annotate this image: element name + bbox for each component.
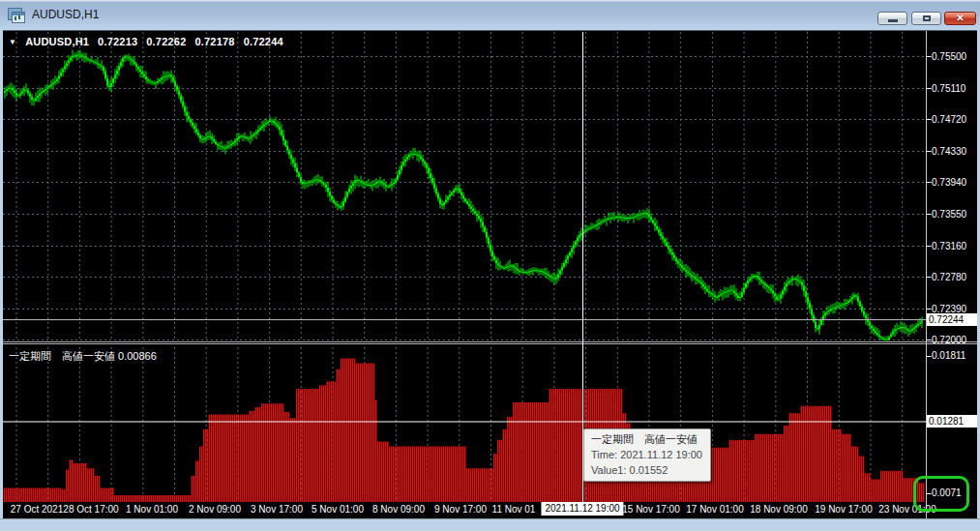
metatrader-chart-window: { "window": { "title": "AUDUSD,H1", "but… xyxy=(0,0,980,531)
time-axis-label: 9 Nov 17:00 xyxy=(434,504,487,516)
price-axis-label: 0.72000 xyxy=(932,334,966,346)
ohlc-open: 0.72213 xyxy=(98,36,137,47)
restore-icon xyxy=(923,15,931,21)
time-axis-label: 15 Nov 17:00 xyxy=(622,504,680,516)
price-axis-label: 0.73550 xyxy=(932,208,966,221)
time-axis-label: 8 Nov 09:00 xyxy=(372,504,425,516)
window-titlebar[interactable]: AUDUSD,H1 ✕ xyxy=(0,0,980,30)
close-icon: ✕ xyxy=(956,14,964,23)
window-bottom-edge xyxy=(0,518,980,519)
chart-background xyxy=(3,30,977,518)
ohlc-low: 0.72178 xyxy=(194,36,234,47)
price-axis-label: 0.75500 xyxy=(932,50,966,63)
time-axis-label: 2 Nov 09:00 xyxy=(189,504,241,516)
time-axis-label: 19 Nov 17:00 xyxy=(815,504,873,516)
window-title: AUDUSD,H1 xyxy=(32,8,99,21)
chart-window-icon xyxy=(8,8,24,22)
ohlc-close: 0.72244 xyxy=(244,36,283,47)
time-axis-label: 28 Oct 17:00 xyxy=(63,504,118,516)
time-axis-label: 5 Nov 01:00 xyxy=(312,504,364,516)
tooltip-title: 一定期間 高値一安値 xyxy=(591,431,702,447)
ohlc-high: 0.72262 xyxy=(146,36,186,47)
price-axis-label: 0.73940 xyxy=(932,176,966,189)
indicator-tooltip: 一定期間 高値一安値 Time: 2021.11.12 19:00 Value1… xyxy=(583,428,711,482)
chart-icon-front xyxy=(12,12,25,23)
time-axis-label: 3 Nov 17:00 xyxy=(251,504,303,516)
price-axis-label: 0.73160 xyxy=(932,240,966,252)
minimize-button[interactable] xyxy=(877,12,907,25)
time-axis-label: 1 Nov 01:00 xyxy=(126,504,178,516)
minimize-icon xyxy=(888,19,898,22)
time-axis-label: 27 Oct 2021 xyxy=(11,504,63,516)
price-axis-label: 0.74720 xyxy=(932,113,966,126)
selected-time-badge: 2021.11.12 19:00 xyxy=(541,502,623,516)
indicator-label: 一定期間 高値一安値 0.00866 xyxy=(9,349,157,364)
current-price-badge: 0.72244 xyxy=(927,313,977,326)
ohlc-header: ▼ AUDUSD,H1 0.72213 0.72262 0.72178 0.72… xyxy=(9,36,283,47)
tooltip-time: Time: 2021.11.12 19:00 xyxy=(591,447,702,462)
indicator-axis-label: 0.01811 xyxy=(932,349,965,362)
time-axis-label: 11 Nov 01 xyxy=(492,504,536,516)
restore-button[interactable] xyxy=(911,12,941,25)
price-axis-label: 0.72780 xyxy=(932,271,966,283)
highlight-annotation-box xyxy=(913,476,969,512)
ohlc-symbol: AUDUSD,H1 xyxy=(25,36,89,47)
price-axis-label: 0.75110 xyxy=(932,82,965,95)
close-button[interactable]: ✕ xyxy=(944,12,976,25)
time-axis-label: 17 Nov 01:00 xyxy=(686,504,744,516)
time-axis-label: 18 Nov 09:00 xyxy=(750,504,808,516)
indicator-level-badge: 0.01281 xyxy=(927,415,977,428)
chevron-down-icon[interactable]: ▼ xyxy=(9,38,16,46)
tooltip-value: Value1: 0.01552 xyxy=(591,462,702,478)
price-axis-label: 0.74330 xyxy=(932,145,966,158)
